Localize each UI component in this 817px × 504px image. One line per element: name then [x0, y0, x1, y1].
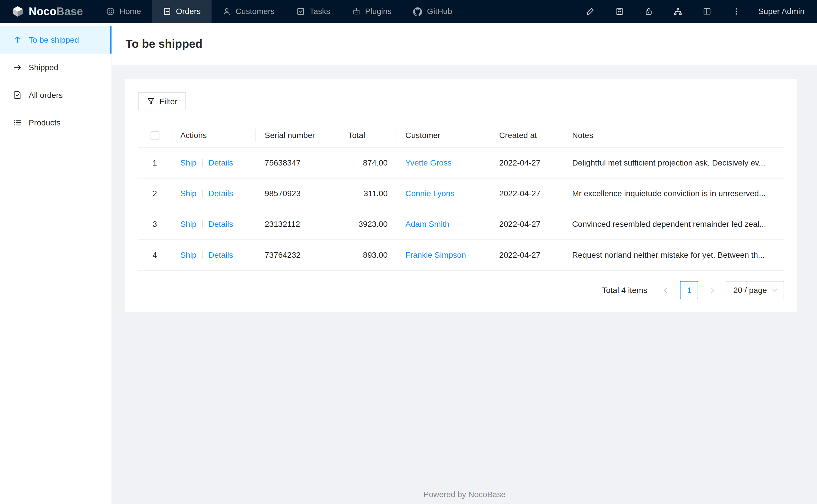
filter-funnel-icon: [147, 97, 155, 105]
lock-icon: [645, 7, 653, 15]
customer-link[interactable]: Adam Smith: [405, 220, 449, 229]
ship-link[interactable]: Ship: [180, 220, 196, 229]
ship-link[interactable]: Ship: [180, 189, 196, 198]
ship-link[interactable]: Ship: [180, 158, 196, 167]
column-header-actions: Actions: [171, 123, 256, 148]
smile-icon: [106, 7, 115, 15]
serial-cell: 23132112: [256, 209, 339, 240]
ui-editor-button[interactable]: [576, 0, 605, 23]
column-header-created: Created at: [490, 123, 563, 148]
orders-file-icon: [163, 7, 171, 15]
main-area: To be shipped Filter: [112, 23, 817, 504]
nav-item-plugins[interactable]: Plugins: [341, 0, 402, 23]
robot-icon: [352, 7, 360, 15]
prev-page-button[interactable]: [657, 281, 676, 300]
notes-cell: Mr excellence inquietude conviction is i…: [563, 178, 784, 209]
action-divider: [202, 221, 203, 228]
vertical-ellipsis-icon: [732, 7, 741, 15]
total-cell: 311.00: [339, 178, 396, 209]
nav-label: Tasks: [310, 7, 330, 16]
customer-link[interactable]: Frankie Simpson: [405, 251, 466, 259]
action-divider: [202, 190, 203, 197]
sidebar-item-all-orders[interactable]: All orders: [0, 81, 111, 109]
table-row: 1 ShipDetails 75638347 874.00 Yvette Gro…: [138, 148, 784, 178]
row-index: 1: [138, 148, 171, 178]
acl-button[interactable]: [634, 0, 663, 23]
workflow-button[interactable]: [663, 0, 693, 23]
total-cell: 874.00: [339, 148, 396, 178]
top-navbar: NocoBase Home Orders: [0, 0, 817, 23]
page-content: Filter Actions Serial number: [112, 65, 817, 504]
column-header-customer: Customer: [396, 123, 490, 148]
serial-cell: 98570923: [256, 178, 339, 209]
more-menu-button[interactable]: [722, 0, 751, 23]
nav-item-customers[interactable]: Customers: [212, 0, 286, 23]
arrow-up-icon: [13, 36, 22, 44]
nav-item-orders[interactable]: Orders: [152, 0, 212, 23]
row-index: 2: [138, 178, 171, 209]
logo-text-base: Base: [56, 5, 83, 18]
nav-item-home[interactable]: Home: [95, 0, 152, 23]
column-header-total: Total: [339, 123, 396, 148]
sidebar-item-to-be-shipped[interactable]: To be shipped: [0, 26, 111, 54]
nav-label: Customers: [236, 7, 275, 16]
ship-link[interactable]: Ship: [180, 251, 196, 259]
sidebar-item-label: Shipped: [29, 63, 58, 72]
table-header-row: Actions Serial number Total Customer Cre…: [138, 123, 784, 148]
logo-text-noco: Noco: [29, 5, 56, 18]
orders-card: Filter Actions Serial number: [125, 79, 797, 312]
nav-item-github[interactable]: GitHub: [402, 0, 463, 23]
notes-cell: Convinced resembled dependent remainder …: [563, 209, 784, 240]
customer-link[interactable]: Yvette Gross: [405, 158, 451, 167]
orders-table: Actions Serial number Total Customer Cre…: [138, 123, 784, 271]
page-size-select[interactable]: 20 / page: [726, 281, 784, 300]
notes-cell: Delightful met sufficient projection ask…: [563, 148, 784, 178]
column-header-serial: Serial number: [256, 123, 339, 148]
nav-label: Plugins: [365, 7, 391, 16]
cube-logo-icon: [11, 5, 24, 18]
file-done-icon: [13, 90, 22, 99]
customer-link[interactable]: Connie Lyons: [405, 189, 454, 198]
layout-button[interactable]: [693, 0, 722, 23]
row-index: 4: [138, 240, 171, 271]
page-size-value: 20 / page: [733, 286, 767, 295]
collections-button[interactable]: [605, 0, 635, 23]
table-row: 4 ShipDetails 73764232 893.00 Frankie Si…: [138, 240, 784, 271]
unordered-list-icon: [13, 118, 22, 127]
pen-icon: [586, 7, 594, 15]
nav-label: GitHub: [427, 7, 452, 16]
main-menu: Home Orders Customers: [95, 0, 463, 23]
check-square-icon: [297, 7, 305, 15]
notes-cell: Request norland neither mistake for yet.…: [563, 240, 784, 271]
next-page-button[interactable]: [703, 281, 722, 300]
github-icon: [413, 7, 422, 16]
select-all-checkbox[interactable]: [150, 131, 159, 140]
sidebar-item-shipped[interactable]: Shipped: [0, 54, 111, 81]
filter-button[interactable]: Filter: [138, 92, 186, 111]
pagination-total: Total 4 items: [602, 286, 647, 295]
row-index: 3: [138, 209, 171, 240]
details-link[interactable]: Details: [209, 251, 233, 259]
collections-grid-icon: [616, 7, 624, 15]
action-divider: [202, 159, 203, 167]
nocobase-logo[interactable]: NocoBase: [0, 0, 95, 23]
layout-icon: [703, 7, 711, 15]
sidebar-item-products[interactable]: Products: [0, 109, 111, 136]
user-menu[interactable]: Super Admin: [758, 7, 804, 16]
nav-item-tasks[interactable]: Tasks: [286, 0, 341, 23]
customers-user-icon: [223, 7, 231, 15]
serial-cell: 75638347: [256, 148, 339, 178]
page-header: To be shipped: [112, 23, 817, 65]
page-title: To be shipped: [125, 37, 202, 51]
created-at-cell: 2022-04-27: [490, 148, 563, 178]
page-1-button[interactable]: 1: [680, 281, 699, 300]
details-link[interactable]: Details: [209, 220, 233, 229]
chevron-left-icon: [664, 288, 670, 294]
details-link[interactable]: Details: [209, 158, 233, 167]
nocobase-app: NocoBase Home Orders: [0, 0, 817, 504]
details-link[interactable]: Details: [209, 189, 233, 198]
created-at-cell: 2022-04-27: [490, 178, 563, 209]
filter-button-label: Filter: [159, 97, 177, 106]
table-row: 2 ShipDetails 98570923 311.00 Connie Lyo…: [138, 178, 784, 209]
nav-label: Orders: [176, 7, 201, 16]
